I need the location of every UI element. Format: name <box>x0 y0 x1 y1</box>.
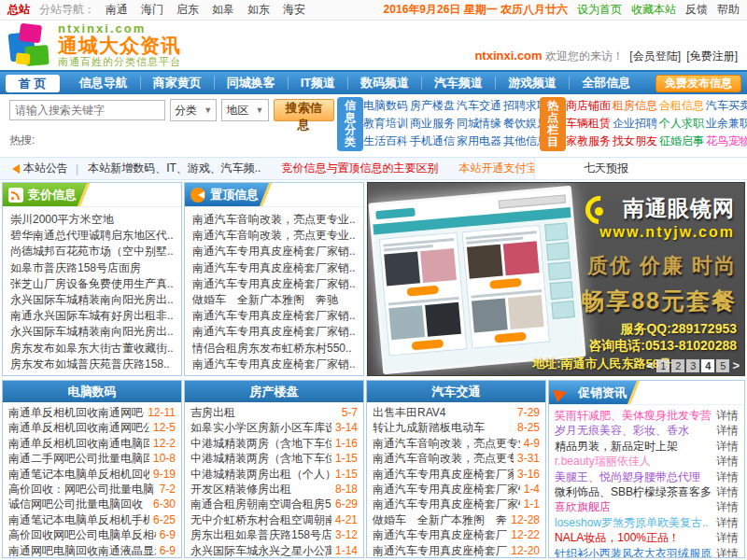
detail-link[interactable]: 详情 <box>716 546 739 558</box>
item-title[interactable]: 中港城精装两房（含地下车位）.. <box>190 436 331 451</box>
category-link[interactable]: 电脑数码 <box>363 98 408 114</box>
help-link[interactable]: 帮助 <box>717 2 740 18</box>
register-link[interactable]: [免费注册] <box>686 49 738 63</box>
subsite-link[interactable]: 南通 <box>106 3 128 16</box>
list-item[interactable]: 南通汽车专用真皮座椅套厂家销.. <box>192 260 356 276</box>
hot-link[interactable]: 合租信息 <box>659 98 704 114</box>
list-item[interactable]: 尚德城邦百花苑市场（空中别墅.. <box>10 244 174 259</box>
announcement-link[interactable]: 竞价信息与置顶信息的主要区别 <box>281 161 438 175</box>
item-title[interactable]: 转让九成新踏板电动车 <box>373 420 514 435</box>
pager-page[interactable]: 1 <box>656 359 669 372</box>
publish-info-button[interactable]: 免费发布信息 <box>655 75 741 92</box>
list-item[interactable]: 做婚车 全新广本雅阁 奔驰 <box>192 292 356 308</box>
item-title[interactable]: 南通汽车音响改装，亮点更专业.. <box>373 451 514 466</box>
item-title[interactable]: 南通汽车专用真皮座椅套厂家销.. <box>373 497 520 511</box>
list-item[interactable]: 房东发布如皋东大街古董收藏街.. <box>10 341 174 357</box>
list-item[interactable]: 南通汽车专用真皮座椅套厂家销.. <box>192 324 356 340</box>
category-link[interactable]: 商业服务 <box>410 116 455 132</box>
item-title[interactable]: 美腿王、悦尚塑身腰带总代理 <box>555 469 712 484</box>
hot-link[interactable]: 企业招聘 <box>613 116 657 132</box>
nav-tab[interactable]: 数码频道 <box>348 77 422 90</box>
item-title[interactable]: 南通汽车专用真皮座椅套厂家销.. <box>373 527 507 542</box>
detail-link[interactable]: 详情 <box>716 499 739 514</box>
item-title[interactable]: 岁月无痕美容、彩妆、香水 <box>555 423 712 438</box>
subsite-link[interactable]: 海门 <box>141 3 163 16</box>
hot-link[interactable]: 汽车买卖 <box>706 98 747 114</box>
hot-link[interactable]: 家教服务 <box>566 133 611 149</box>
item-title[interactable]: 南通二手网吧公司批量电脑回收.. <box>8 451 149 466</box>
pager-page[interactable]: 3 <box>686 359 699 372</box>
subsite-link[interactable]: 海安 <box>283 3 305 16</box>
category-select[interactable]: 分类▼ <box>170 99 217 121</box>
list-item[interactable]: 南通汽车专用真皮座椅套厂家销.. <box>192 276 356 292</box>
item-title[interactable]: 南通单反相机回收南通网吧公司.. <box>8 420 149 435</box>
search-button[interactable]: 搜索信息 <box>274 99 335 121</box>
item-title[interactable]: 高价回收网吧公司电脑单反相机.. <box>8 527 156 542</box>
item-title[interactable]: 微利饰品、SBB柠檬绿茶喜客多 <box>555 484 712 499</box>
weather-forecast[interactable]: 七天预报 <box>534 158 747 179</box>
item-title[interactable]: 笑雨轩减肥、美体瘦身批发专营 <box>555 408 712 423</box>
list-item[interactable]: 南通汽车专用真皮座椅套厂家销.. <box>192 357 356 372</box>
detail-link[interactable]: 详情 <box>716 423 739 438</box>
list-item[interactable]: 南通汽车音响改装，亮点更专业.. <box>192 228 356 244</box>
item-title[interactable]: 精品男装，新品定时上架 <box>555 439 712 454</box>
category-link[interactable]: 手机通信 <box>410 133 455 149</box>
search-input[interactable] <box>9 100 165 120</box>
item-title[interactable]: 高价回收：网吧公司批量电脑 <box>8 482 156 497</box>
nav-tab[interactable]: 全部信息 <box>570 77 642 90</box>
item-title[interactable]: 南通笔记本电脑单反相机回收 <box>8 467 149 482</box>
list-item[interactable]: 南通汽车音响改装，亮点更专业.. <box>192 212 356 228</box>
nav-tab[interactable]: 信息导航 <box>67 77 141 90</box>
pager-prev[interactable]: < <box>646 358 655 372</box>
region-select[interactable]: 地区▼ <box>221 99 268 121</box>
item-title[interactable]: 南通单反相机回收南通网吧公司.. <box>8 405 144 420</box>
item-title[interactable]: 中港城精装两房（含地下车位）.. <box>190 451 331 466</box>
item-title[interactable]: 南通汽车专用真皮座椅套厂家销.. <box>373 467 514 482</box>
item-title[interactable]: 房东出租如皋普庆路158号店面.. <box>190 527 331 542</box>
feedback-link[interactable]: 反馈 <box>685 2 708 18</box>
hot-link[interactable]: 个人求职 <box>659 116 704 132</box>
set-home-link[interactable]: 设为首页 <box>577 2 622 18</box>
category-link[interactable]: 汽车交通 <box>457 98 501 114</box>
subsite-link[interactable]: 如东 <box>247 3 270 16</box>
site-logo[interactable] <box>9 24 52 67</box>
nav-tab-home[interactable]: 首 页 <box>6 75 60 92</box>
item-title[interactable]: 喜欣旗舰店 <box>555 499 712 514</box>
category-link[interactable]: 同城情缘 <box>457 116 501 132</box>
category-link[interactable]: 房产楼盘 <box>410 98 455 114</box>
subsite-link[interactable]: 启东 <box>176 3 199 16</box>
hot-link[interactable]: 车辆租赁 <box>566 116 611 132</box>
hot-link[interactable]: 商店铺面 <box>566 98 611 114</box>
item-title[interactable]: 如皋实小学区房新小区车库设备.. <box>190 420 331 435</box>
item-title[interactable]: 中港城精装两房出租（个人） <box>190 467 331 482</box>
hot-link[interactable]: 找女朋友 <box>613 133 657 149</box>
announcement-link[interactable]: 本站新增数码、IT、游戏、汽车频.. <box>88 161 261 175</box>
item-title[interactable]: 诚信网吧公司批量电脑回收 <box>8 497 149 511</box>
item-title[interactable]: 做婚车 全新广本雅阁 奔驰 <box>373 512 507 527</box>
pager-next[interactable]: > <box>731 358 740 372</box>
detail-link[interactable]: 详情 <box>716 439 739 454</box>
pager-page[interactable]: 5 <box>716 359 729 372</box>
list-item[interactable]: 张芝山厂房设备免费使用生产真.. <box>10 276 174 292</box>
favorite-link[interactable]: 收藏本站 <box>631 2 676 18</box>
category-link[interactable]: 生活百科 <box>363 133 408 149</box>
hot-link[interactable]: 征婚启事 <box>659 133 704 149</box>
pager-page-active[interactable]: 4 <box>701 359 714 372</box>
category-link[interactable]: 家用电器 <box>457 133 501 149</box>
nav-tab[interactable]: 汽车频道 <box>422 77 496 90</box>
realty-title[interactable]: 房产楼盘 <box>185 381 363 402</box>
list-item[interactable]: 如皋市普庆路158号店面房 <box>10 260 174 276</box>
item-title[interactable]: 南通网吧电脑回收南通液晶显示.. <box>8 543 156 558</box>
item-title[interactable]: 南通汽车专用真皮座椅套厂家销.. <box>373 482 520 497</box>
item-title[interactable]: 南通汽车专用真皮座椅套厂家销.. <box>373 543 507 558</box>
subsite-link[interactable]: 如皋 <box>212 3 234 16</box>
item-title[interactable]: 针织衫小西装风衣大衣羽绒服原单.. <box>555 546 712 558</box>
item-title[interactable]: 南通单反相机回收南通电脑回收.. <box>8 436 149 451</box>
computer-title[interactable]: 电脑数码 <box>3 381 181 402</box>
item-title[interactable]: NALA妆品，100%正品！ <box>555 530 712 545</box>
list-item[interactable]: 崇川2000平方米空地 <box>10 212 174 228</box>
login-link[interactable]: [会员登陆] <box>629 49 681 63</box>
detail-link[interactable]: 详情 <box>716 469 739 484</box>
item-title[interactable]: loseshow罗煞秀原单欧美复古.. <box>555 515 712 530</box>
item-title[interactable]: 出售丰田RAV4 <box>373 405 514 420</box>
